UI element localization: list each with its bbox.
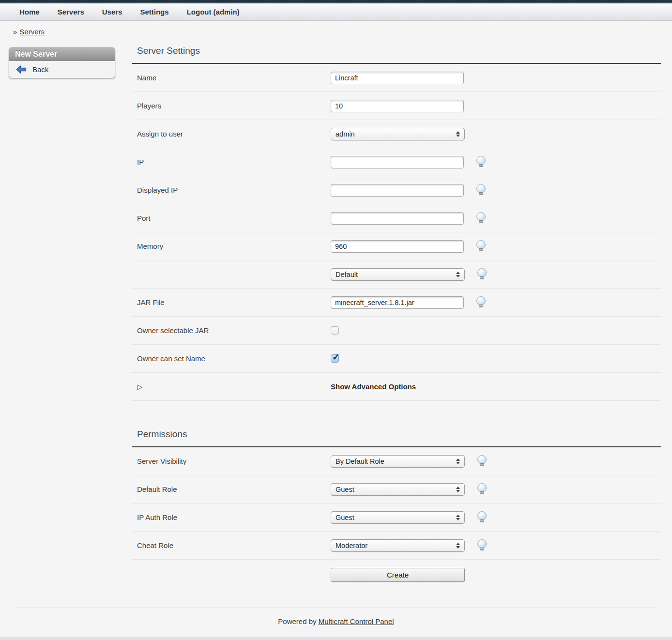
assign-to-user-select[interactable]: admin: [331, 128, 465, 140]
nav-item-logout[interactable]: Logout (admin): [187, 8, 240, 16]
form-row-server-visibility: Server Visibility By Default Role: [132, 447, 661, 475]
field-label-owner-selectable-jar: Owner selectable JAR: [132, 326, 331, 335]
owner-selectable-jar-checkbox[interactable]: [331, 326, 339, 335]
assign-to-user-selected-value: admin: [336, 130, 355, 138]
form-row-port: Port: [132, 204, 661, 232]
form-row-jar-file: JAR File: [132, 289, 661, 317]
top-accent-bar: [0, 0, 672, 3]
jar-file-input[interactable]: [331, 296, 464, 309]
field-label-name: Name: [132, 74, 331, 82]
nav-item-home[interactable]: Home: [19, 8, 40, 16]
bottom-accent-bar: [0, 637, 672, 640]
form-row-ip: IP: [132, 148, 661, 176]
memory-preset-select[interactable]: Default: [331, 268, 465, 281]
sidebar-menu-title: New Server: [9, 48, 115, 61]
form-row-assign-to-user: Assign to user admin: [132, 120, 661, 148]
cheat-role-select[interactable]: Moderator: [331, 539, 465, 552]
field-label-cheat-role: Cheat Role: [132, 541, 331, 549]
default-role-select[interactable]: Guest: [331, 483, 465, 496]
players-input[interactable]: [331, 100, 464, 112]
up-down-arrows-icon: [456, 515, 460, 520]
up-down-arrows-icon: [456, 131, 460, 137]
sidebar-title-text: New Server: [15, 50, 57, 59]
lightbulb-icon[interactable]: [476, 240, 486, 253]
field-label-assign-to-user: Assign to user: [132, 130, 331, 138]
up-down-arrows-icon: [456, 543, 460, 549]
server-visibility-selected-value: By Default Role: [336, 457, 384, 465]
ip-input[interactable]: [331, 156, 464, 168]
lightbulb-icon[interactable]: [476, 212, 486, 225]
permissions-section: Permissions Server Visibility By Default…: [132, 425, 661, 588]
section-title-server-settings: Server Settings: [132, 42, 661, 64]
sidebar-back-label: Back: [32, 65, 48, 74]
up-down-arrows-icon: [456, 487, 460, 492]
form-row-memory: Memory: [132, 232, 661, 260]
lightbulb-icon[interactable]: [477, 511, 487, 524]
sidebar-item-back[interactable]: Back: [9, 61, 115, 78]
up-down-arrows-icon: [456, 272, 460, 277]
page-footer: Powered by Multicraft Control Panel: [14, 608, 658, 625]
form-row-players: Players: [132, 92, 661, 120]
form-row-memory-preset: Default: [132, 260, 661, 289]
port-input[interactable]: [331, 212, 464, 225]
breadcrumb-separator: »: [13, 28, 17, 36]
field-label-port: Port: [132, 214, 331, 222]
nav-item-users[interactable]: Users: [102, 8, 122, 16]
server-visibility-select[interactable]: By Default Role: [331, 455, 465, 468]
nav-item-settings[interactable]: Settings: [140, 8, 168, 16]
form-row-ip-auth-role: IP Auth Role Guest: [132, 503, 661, 532]
breadcrumb: »Servers: [0, 21, 672, 36]
memory-preset-selected-value: Default: [336, 271, 358, 278]
form-row-default-role: Default Role Guest: [132, 475, 661, 503]
ip-auth-role-selected-value: Guest: [336, 514, 354, 521]
cheat-role-selected-value: Moderator: [336, 542, 367, 549]
main-content: Server Settings Name Players Assign to u…: [132, 42, 661, 588]
sidebar-menu: New Server Back: [9, 47, 115, 78]
lightbulb-icon[interactable]: [477, 268, 487, 281]
form-row-create: Create: [132, 560, 661, 588]
lightbulb-icon[interactable]: [476, 296, 486, 309]
form-row-displayed-ip: Displayed IP: [132, 176, 661, 204]
form-row-owner-selectable-jar: Owner selectable JAR: [132, 317, 661, 345]
field-label-server-visibility: Server Visibility: [132, 457, 331, 465]
displayed-ip-input[interactable]: [331, 184, 464, 197]
form-row-owner-can-set-name: Owner can set Name: [132, 345, 661, 373]
footer-multicraft-link[interactable]: Multicraft Control Panel: [319, 617, 394, 625]
up-down-arrows-icon: [456, 458, 460, 464]
field-label-displayed-ip: Displayed IP: [132, 186, 331, 194]
lightbulb-icon[interactable]: [477, 539, 487, 552]
lightbulb-icon[interactable]: [477, 455, 487, 468]
breadcrumb-link-servers[interactable]: Servers: [19, 28, 45, 36]
form-row-name: Name: [132, 64, 661, 92]
main-navbar: Home Servers Users Settings Logout (admi…: [0, 3, 672, 21]
triangle-right-icon: ▷: [132, 382, 331, 391]
default-role-selected-value: Guest: [336, 486, 354, 493]
field-label-owner-can-set-name: Owner can set Name: [132, 354, 331, 363]
nav-item-servers[interactable]: Servers: [58, 8, 84, 16]
field-label-players: Players: [132, 102, 331, 110]
memory-input[interactable]: [331, 240, 464, 253]
form-row-cheat-role: Cheat Role Moderator: [132, 532, 661, 560]
field-label-default-role: Default Role: [132, 485, 331, 493]
lightbulb-icon[interactable]: [476, 184, 486, 197]
field-label-memory: Memory: [132, 242, 331, 250]
show-advanced-options-link[interactable]: Show Advanced Options: [331, 382, 416, 391]
arrow-left-icon: [16, 65, 27, 74]
section-title-permissions: Permissions: [132, 425, 661, 447]
create-button[interactable]: Create: [331, 568, 465, 582]
form-row-advanced-options: ▷ Show Advanced Options: [132, 373, 661, 401]
field-label-ip: IP: [132, 158, 331, 166]
lightbulb-icon[interactable]: [477, 483, 487, 496]
owner-can-set-name-checkbox[interactable]: [331, 354, 339, 363]
footer-powered-by-text: Powered by: [278, 617, 316, 625]
ip-auth-role-select[interactable]: Guest: [331, 511, 465, 524]
name-input[interactable]: [331, 72, 464, 84]
field-label-ip-auth-role: IP Auth Role: [132, 513, 331, 521]
field-label-jar-file: JAR File: [132, 298, 331, 306]
lightbulb-icon[interactable]: [476, 156, 486, 168]
